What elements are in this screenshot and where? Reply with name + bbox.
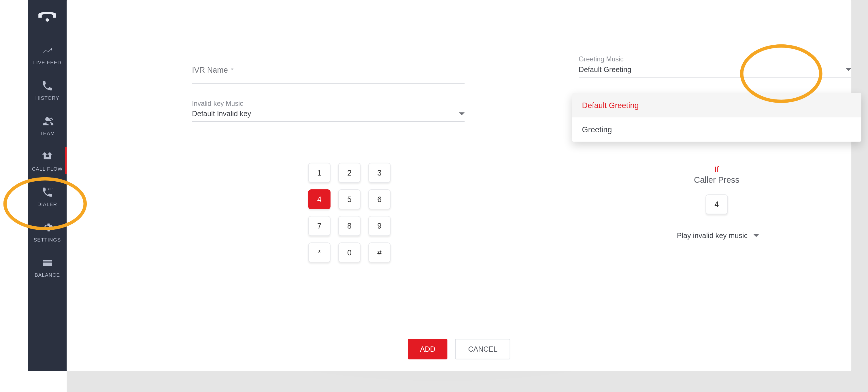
keypad: 1 2 3 4 5 6 7 8 9 * 0 # <box>308 163 391 263</box>
sidebar-item-label: DIALER <box>37 202 57 207</box>
ivr-name-field[interactable]: IVR Name * <box>192 65 465 84</box>
sidebar-item-label: SETTINGS <box>34 237 61 242</box>
greeting-option-default[interactable]: Default Greeting <box>572 93 861 118</box>
greeting-value: Default Greeting <box>579 65 631 74</box>
sidebar-item-call-flow[interactable]: CALL FLOW <box>28 143 67 178</box>
invalid-key-value: Default Invalid key <box>192 110 251 118</box>
sidebar-item-label: LIVE FEED <box>33 60 61 65</box>
key-3[interactable]: 3 <box>368 163 391 183</box>
caller-press-key: 4 <box>706 194 727 214</box>
sidebar-item-history[interactable]: HISTORY <box>28 72 67 108</box>
key-4[interactable]: 4 <box>308 189 331 209</box>
key-8[interactable]: 8 <box>338 216 361 236</box>
invalid-key-label: Invalid-key Music <box>192 100 465 108</box>
greeting-dropdown: Default Greeting Greeting <box>572 93 861 142</box>
chevron-down-icon <box>753 233 758 238</box>
greeting-music-select[interactable]: Greeting Music Default Greeting <box>579 55 851 78</box>
if-label: If <box>672 165 761 174</box>
caller-action-select[interactable]: Play invalid key music <box>662 232 773 240</box>
team-icon <box>41 115 53 127</box>
svg-text:SIP: SIP <box>48 187 53 190</box>
sidebar-item-balance[interactable]: BALANCE <box>28 249 67 284</box>
chevron-down-icon <box>459 111 465 116</box>
cancel-button[interactable]: CANCEL <box>455 339 510 359</box>
key-9[interactable]: 9 <box>368 216 391 236</box>
key-hash[interactable]: # <box>368 242 391 262</box>
card-icon <box>41 257 53 269</box>
chevron-down-icon <box>846 67 851 72</box>
key-5[interactable]: 5 <box>338 189 361 209</box>
dialer-icon: SIP <box>41 186 53 198</box>
trend-icon <box>41 44 53 57</box>
key-7[interactable]: 7 <box>308 216 331 236</box>
sidebar-item-label: HISTORY <box>35 95 59 100</box>
sidebar-item-live-feed[interactable]: LIVE FEED <box>28 37 67 72</box>
greeting-option-greeting[interactable]: Greeting <box>572 117 861 142</box>
greeting-label: Greeting Music <box>579 55 851 63</box>
key-star[interactable]: * <box>308 242 331 262</box>
add-button[interactable]: ADD <box>408 339 447 359</box>
sidebar-item-label: TEAM <box>40 130 55 136</box>
ivr-dialog: IVR Name * Invalid-key Music Default Inv… <box>67 0 851 371</box>
sidebar-item-settings[interactable]: SETTINGS <box>28 214 67 249</box>
ivr-name-label: IVR Name <box>192 65 228 80</box>
caller-press-label: Caller Press <box>672 175 761 184</box>
required-mark: * <box>231 67 234 74</box>
if-caller-press-block: If Caller Press 4 <box>672 165 761 214</box>
key-0[interactable]: 0 <box>338 242 361 262</box>
gear-icon <box>41 221 53 234</box>
key-6[interactable]: 6 <box>368 189 391 209</box>
call-flow-icon <box>41 150 53 162</box>
sidebar-item-dialer[interactable]: SIP DIALER <box>28 178 67 214</box>
sidebar-item-label: CALL FLOW <box>32 166 63 172</box>
dialog-footer: ADD CANCEL <box>67 339 851 359</box>
key-2[interactable]: 2 <box>338 163 361 183</box>
app-logo-icon <box>37 10 57 26</box>
phone-icon <box>41 80 53 92</box>
sidebar-item-team[interactable]: TEAM <box>28 108 67 143</box>
sidebar: LIVE FEED HISTORY TEAM CALL FLOW SIP DIA… <box>28 0 67 371</box>
sidebar-item-label: BALANCE <box>35 272 60 278</box>
svg-point-0 <box>45 18 49 22</box>
caller-action-value: Play invalid key music <box>677 232 748 240</box>
invalid-key-music-select[interactable]: Invalid-key Music Default Invalid key <box>192 100 465 122</box>
key-1[interactable]: 1 <box>308 163 331 183</box>
